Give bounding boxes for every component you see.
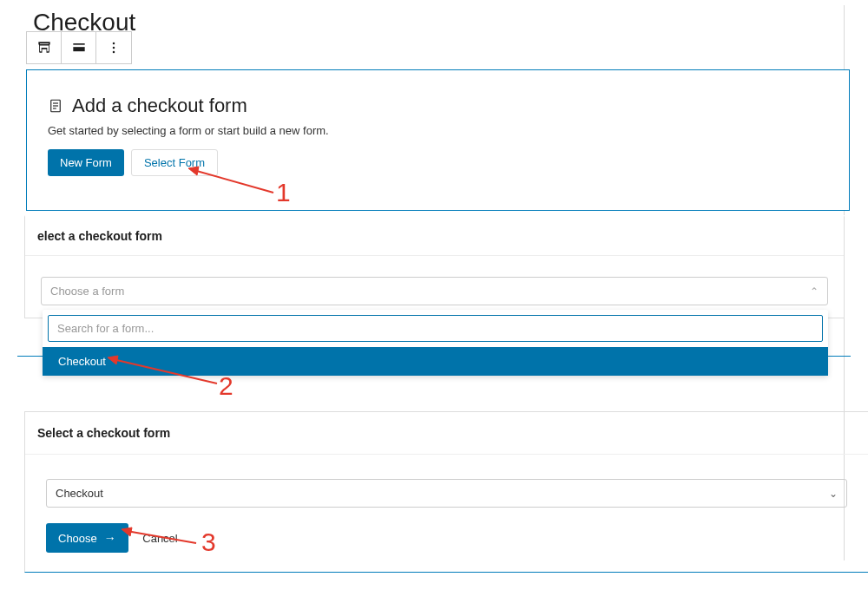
chevron-up-icon: ⌃ bbox=[810, 285, 819, 298]
selected-form-value: Checkout bbox=[56, 487, 103, 500]
block-toolbar bbox=[26, 31, 132, 64]
select-form-modal-step2: elect a checkout form Choose a form ⌃ Ch… bbox=[24, 215, 845, 318]
cancel-button[interactable]: Cancel bbox=[142, 532, 177, 545]
svg-point-3 bbox=[113, 47, 115, 49]
modal-b-title: Select a checkout form bbox=[25, 412, 868, 455]
placeholder-header: Add a checkout form bbox=[48, 95, 828, 117]
svg-rect-1 bbox=[73, 47, 84, 51]
placeholder-buttons: New Form Select Form bbox=[48, 149, 828, 176]
svg-point-2 bbox=[113, 43, 115, 45]
arrow-right-icon: → bbox=[104, 531, 116, 545]
placeholder-title: Add a checkout form bbox=[72, 95, 247, 117]
align-icon bbox=[70, 39, 88, 56]
combobox-placeholder: Choose a form bbox=[50, 285, 124, 298]
choose-button-label: Choose bbox=[58, 532, 97, 545]
form-search-input[interactable] bbox=[48, 315, 823, 342]
block-type-button[interactable] bbox=[27, 32, 62, 63]
annotation-number-1: 1 bbox=[276, 178, 291, 207]
select-form-button[interactable]: Select Form bbox=[131, 149, 218, 176]
more-vertical-icon bbox=[105, 39, 122, 56]
selected-form-select[interactable]: Checkout ⌄ bbox=[46, 479, 847, 508]
form-icon bbox=[48, 98, 63, 114]
choose-form-combobox[interactable]: Choose a form ⌃ bbox=[41, 277, 828, 305]
more-options-button[interactable] bbox=[96, 32, 131, 63]
modal-a-title: elect a checkout form bbox=[25, 217, 844, 256]
align-button[interactable] bbox=[62, 32, 96, 63]
svg-point-4 bbox=[113, 51, 115, 54]
choose-button[interactable]: Choose → bbox=[46, 523, 128, 553]
combobox-dropdown: Checkout bbox=[43, 310, 828, 376]
annotation-number-2: 2 bbox=[219, 371, 233, 401]
svg-rect-0 bbox=[73, 43, 84, 45]
chevron-down-icon: ⌄ bbox=[829, 488, 838, 500]
new-form-button[interactable]: New Form bbox=[48, 149, 124, 176]
dropdown-option-checkout[interactable]: Checkout bbox=[43, 347, 828, 376]
select-form-modal-step3: Select a checkout form Checkout ⌄ Choose… bbox=[24, 411, 868, 573]
storefront-icon bbox=[36, 39, 53, 56]
placeholder-description: Get started by selecting a form or start… bbox=[48, 124, 828, 137]
checkout-form-placeholder: Add a checkout form Get started by selec… bbox=[26, 69, 850, 211]
annotation-number-3: 3 bbox=[201, 528, 216, 557]
